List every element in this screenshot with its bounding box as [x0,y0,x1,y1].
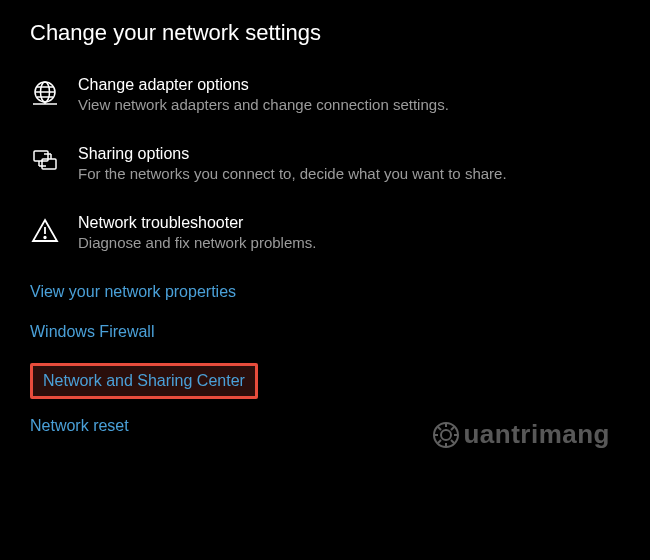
item-desc: Diagnose and fix network problems. [78,234,316,251]
view-network-properties-link[interactable]: View your network properties [30,283,236,301]
sharing-options-item[interactable]: Sharing options For the networks you con… [30,145,620,182]
warning-icon [30,216,60,246]
item-desc: View network adapters and change connect… [78,96,449,113]
item-title: Change adapter options [78,76,449,94]
network-troubleshooter-item[interactable]: Network troubleshooter Diagnose and fix … [30,214,620,251]
sharing-icon [30,147,60,177]
globe-icon [30,78,60,108]
item-title: Network troubleshooter [78,214,316,232]
network-reset-link[interactable]: Network reset [30,417,129,435]
item-desc: For the networks you connect to, decide … [78,165,507,182]
section-title: Change your network settings [30,20,620,46]
item-title: Sharing options [78,145,507,163]
windows-firewall-link[interactable]: Windows Firewall [30,323,154,341]
network-sharing-center-link[interactable]: Network and Sharing Center [43,372,245,389]
highlight-box: Network and Sharing Center [30,363,258,399]
change-adapter-options-item[interactable]: Change adapter options View network adap… [30,76,620,113]
svg-point-14 [44,237,46,239]
